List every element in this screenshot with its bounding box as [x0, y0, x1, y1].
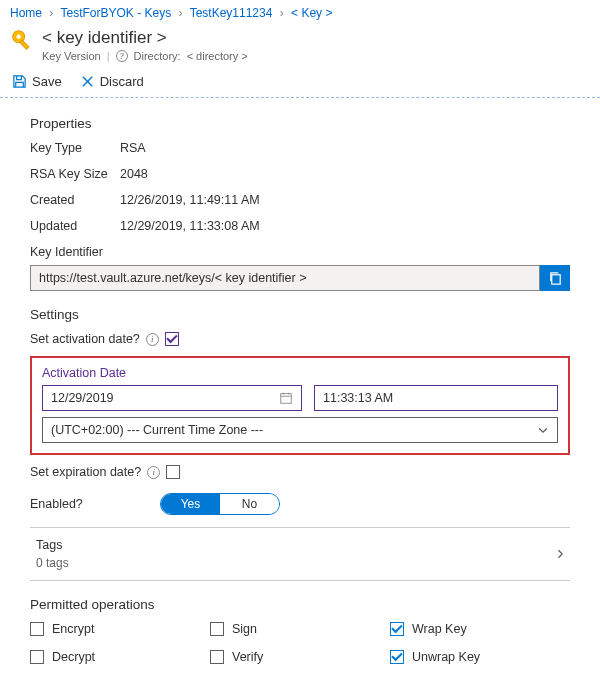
- decrypt-checkbox[interactable]: [30, 650, 44, 664]
- properties-heading: Properties: [30, 116, 570, 131]
- updated-label: Updated: [30, 219, 120, 233]
- enabled-no[interactable]: No: [220, 494, 279, 514]
- chevron-down-icon: [537, 424, 549, 436]
- sign-label: Sign: [232, 622, 257, 636]
- chevron-right-icon: ›: [280, 6, 284, 20]
- breadcrumb-home[interactable]: Home: [10, 6, 42, 20]
- activation-date-group: Activation Date 12/29/2019 11:33:13 AM (…: [30, 356, 570, 455]
- timezone-value: (UTC+02:00) --- Current Time Zone ---: [51, 423, 263, 437]
- sign-checkbox[interactable]: [210, 622, 224, 636]
- activation-time-value: 11:33:13 AM: [323, 391, 393, 405]
- set-activation-label: Set activation date?: [30, 332, 140, 346]
- info-icon[interactable]: i: [147, 466, 160, 479]
- info-icon[interactable]: ?: [116, 50, 128, 62]
- breadcrumb-version[interactable]: < Key >: [291, 6, 332, 20]
- verify-label: Verify: [232, 650, 263, 664]
- identifier-input[interactable]: https://test.vault.azure.net/keys/< key …: [30, 265, 540, 291]
- enabled-yes[interactable]: Yes: [161, 494, 220, 514]
- settings-heading: Settings: [30, 307, 570, 322]
- verify-checkbox[interactable]: [210, 650, 224, 664]
- updated-value: 12/29/2019, 11:33:08 AM: [120, 219, 260, 233]
- key-type-value: RSA: [120, 141, 146, 155]
- title-bar: < key identifier > Key Version | ? Direc…: [0, 26, 600, 68]
- tags-label: Tags: [36, 538, 69, 552]
- set-expiration-checkbox[interactable]: [166, 465, 180, 479]
- chevron-right-icon: [554, 548, 566, 560]
- tags-row[interactable]: Tags 0 tags: [30, 528, 570, 574]
- title-sub-version: Key Version: [42, 50, 101, 62]
- enabled-toggle[interactable]: Yes No: [160, 493, 280, 515]
- svg-point-1: [17, 35, 21, 39]
- copy-icon: [548, 271, 563, 286]
- divider: [30, 580, 570, 581]
- svg-rect-3: [551, 274, 559, 283]
- title-directory-value: < directory >: [187, 50, 248, 62]
- title-directory-label: Directory:: [134, 50, 181, 62]
- save-label: Save: [32, 74, 62, 89]
- breadcrumb: Home › TestForBYOK - Keys › TestKey11123…: [0, 0, 600, 26]
- key-icon: [10, 28, 36, 57]
- rsa-size-label: RSA Key Size: [30, 167, 120, 181]
- svg-rect-2: [20, 40, 29, 49]
- activation-date-input[interactable]: 12/29/2019: [42, 385, 302, 411]
- info-icon[interactable]: i: [146, 333, 159, 346]
- activation-time-input[interactable]: 11:33:13 AM: [314, 385, 558, 411]
- permitted-heading: Permitted operations: [30, 597, 570, 612]
- wrap-checkbox[interactable]: [390, 622, 404, 636]
- encrypt-checkbox[interactable]: [30, 622, 44, 636]
- enabled-label: Enabled?: [30, 497, 160, 511]
- save-button[interactable]: Save: [12, 74, 62, 89]
- tags-count: 0 tags: [36, 556, 69, 570]
- unwrap-checkbox[interactable]: [390, 650, 404, 664]
- set-expiration-label: Set expiration date?: [30, 465, 141, 479]
- encrypt-label: Encrypt: [52, 622, 94, 636]
- chevron-right-icon: ›: [49, 6, 53, 20]
- svg-rect-4: [281, 394, 292, 404]
- discard-button[interactable]: Discard: [80, 74, 144, 89]
- unwrap-label: Unwrap Key: [412, 650, 480, 664]
- discard-label: Discard: [100, 74, 144, 89]
- copy-button[interactable]: [540, 265, 570, 291]
- wrap-label: Wrap Key: [412, 622, 467, 636]
- page-title: < key identifier >: [42, 28, 248, 48]
- activation-date-heading: Activation Date: [42, 366, 558, 380]
- command-bar: Save Discard: [0, 68, 600, 98]
- decrypt-label: Decrypt: [52, 650, 95, 664]
- created-value: 12/26/2019, 11:49:11 AM: [120, 193, 260, 207]
- rsa-size-value: 2048: [120, 167, 148, 181]
- identifier-label: Key Identifier: [30, 245, 570, 259]
- breadcrumb-key[interactable]: TestKey111234: [190, 6, 273, 20]
- activation-date-value: 12/29/2019: [51, 391, 114, 405]
- calendar-icon: [279, 391, 293, 405]
- key-type-label: Key Type: [30, 141, 120, 155]
- timezone-select[interactable]: (UTC+02:00) --- Current Time Zone ---: [42, 417, 558, 443]
- set-activation-checkbox[interactable]: [165, 332, 179, 346]
- chevron-right-icon: ›: [179, 6, 183, 20]
- breadcrumb-vault[interactable]: TestForBYOK - Keys: [60, 6, 171, 20]
- created-label: Created: [30, 193, 120, 207]
